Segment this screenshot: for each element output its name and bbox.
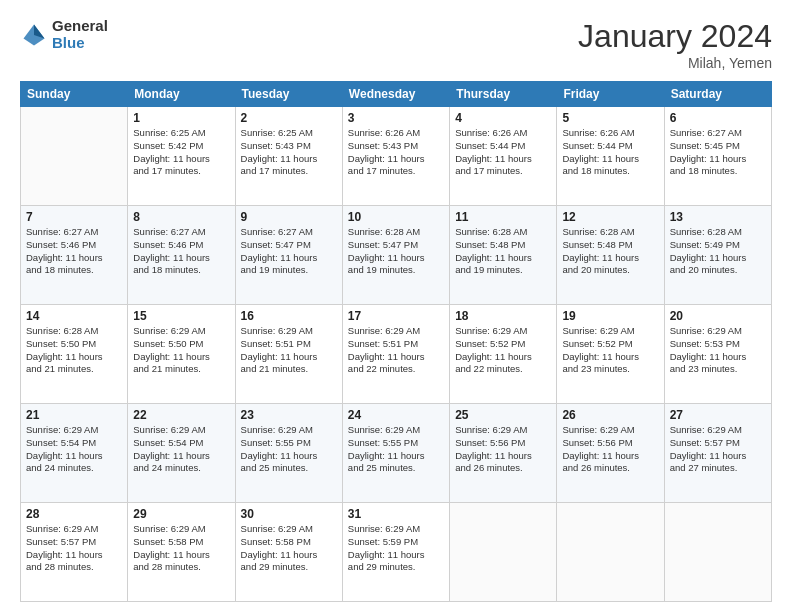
day-number: 31 [348, 507, 444, 521]
calendar-cell: 9Sunrise: 6:27 AM Sunset: 5:47 PM Daylig… [235, 206, 342, 305]
calendar-cell: 23Sunrise: 6:29 AM Sunset: 5:55 PM Dayli… [235, 404, 342, 503]
day-info: Sunrise: 6:29 AM Sunset: 5:52 PM Dayligh… [562, 325, 658, 376]
day-info: Sunrise: 6:26 AM Sunset: 5:43 PM Dayligh… [348, 127, 444, 178]
title-area: January 2024 Milah, Yemen [578, 18, 772, 71]
logo: General Blue [20, 18, 108, 51]
calendar-week-3: 14Sunrise: 6:28 AM Sunset: 5:50 PM Dayli… [21, 305, 772, 404]
calendar-cell: 26Sunrise: 6:29 AM Sunset: 5:56 PM Dayli… [557, 404, 664, 503]
day-number: 4 [455, 111, 551, 125]
day-number: 3 [348, 111, 444, 125]
day-number: 17 [348, 309, 444, 323]
day-number: 1 [133, 111, 229, 125]
day-info: Sunrise: 6:29 AM Sunset: 5:50 PM Dayligh… [133, 325, 229, 376]
day-info: Sunrise: 6:27 AM Sunset: 5:47 PM Dayligh… [241, 226, 337, 277]
day-info: Sunrise: 6:29 AM Sunset: 5:51 PM Dayligh… [241, 325, 337, 376]
calendar-cell: 24Sunrise: 6:29 AM Sunset: 5:55 PM Dayli… [342, 404, 449, 503]
day-number: 29 [133, 507, 229, 521]
day-number: 20 [670, 309, 766, 323]
day-number: 2 [241, 111, 337, 125]
day-info: Sunrise: 6:29 AM Sunset: 5:54 PM Dayligh… [26, 424, 122, 475]
logo-blue-text: Blue [52, 35, 108, 52]
calendar-cell: 4Sunrise: 6:26 AM Sunset: 5:44 PM Daylig… [450, 107, 557, 206]
day-info: Sunrise: 6:28 AM Sunset: 5:47 PM Dayligh… [348, 226, 444, 277]
calendar-cell [664, 503, 771, 602]
day-info: Sunrise: 6:29 AM Sunset: 5:55 PM Dayligh… [241, 424, 337, 475]
calendar-cell: 3Sunrise: 6:26 AM Sunset: 5:43 PM Daylig… [342, 107, 449, 206]
day-info: Sunrise: 6:29 AM Sunset: 5:57 PM Dayligh… [26, 523, 122, 574]
day-info: Sunrise: 6:29 AM Sunset: 5:58 PM Dayligh… [241, 523, 337, 574]
day-number: 6 [670, 111, 766, 125]
weekday-header-wednesday: Wednesday [342, 82, 449, 107]
day-info: Sunrise: 6:29 AM Sunset: 5:52 PM Dayligh… [455, 325, 551, 376]
day-info: Sunrise: 6:29 AM Sunset: 5:51 PM Dayligh… [348, 325, 444, 376]
day-info: Sunrise: 6:27 AM Sunset: 5:45 PM Dayligh… [670, 127, 766, 178]
day-number: 25 [455, 408, 551, 422]
weekday-header-friday: Friday [557, 82, 664, 107]
calendar-cell: 12Sunrise: 6:28 AM Sunset: 5:48 PM Dayli… [557, 206, 664, 305]
calendar-cell: 7Sunrise: 6:27 AM Sunset: 5:46 PM Daylig… [21, 206, 128, 305]
day-info: Sunrise: 6:28 AM Sunset: 5:50 PM Dayligh… [26, 325, 122, 376]
day-number: 14 [26, 309, 122, 323]
calendar-week-2: 7Sunrise: 6:27 AM Sunset: 5:46 PM Daylig… [21, 206, 772, 305]
day-info: Sunrise: 6:29 AM Sunset: 5:56 PM Dayligh… [455, 424, 551, 475]
day-number: 16 [241, 309, 337, 323]
day-info: Sunrise: 6:28 AM Sunset: 5:48 PM Dayligh… [562, 226, 658, 277]
logo-icon [20, 21, 48, 49]
month-title: January 2024 [578, 18, 772, 55]
day-info: Sunrise: 6:29 AM Sunset: 5:59 PM Dayligh… [348, 523, 444, 574]
weekday-header-sunday: Sunday [21, 82, 128, 107]
calendar-cell: 13Sunrise: 6:28 AM Sunset: 5:49 PM Dayli… [664, 206, 771, 305]
day-number: 18 [455, 309, 551, 323]
calendar-cell: 19Sunrise: 6:29 AM Sunset: 5:52 PM Dayli… [557, 305, 664, 404]
day-number: 12 [562, 210, 658, 224]
header: General Blue January 2024 Milah, Yemen [20, 18, 772, 71]
weekday-header-thursday: Thursday [450, 82, 557, 107]
day-info: Sunrise: 6:29 AM Sunset: 5:56 PM Dayligh… [562, 424, 658, 475]
day-number: 21 [26, 408, 122, 422]
calendar-cell: 16Sunrise: 6:29 AM Sunset: 5:51 PM Dayli… [235, 305, 342, 404]
calendar-week-5: 28Sunrise: 6:29 AM Sunset: 5:57 PM Dayli… [21, 503, 772, 602]
day-info: Sunrise: 6:29 AM Sunset: 5:53 PM Dayligh… [670, 325, 766, 376]
day-number: 5 [562, 111, 658, 125]
calendar-table: SundayMondayTuesdayWednesdayThursdayFrid… [20, 81, 772, 602]
day-info: Sunrise: 6:29 AM Sunset: 5:55 PM Dayligh… [348, 424, 444, 475]
calendar-cell: 18Sunrise: 6:29 AM Sunset: 5:52 PM Dayli… [450, 305, 557, 404]
day-number: 24 [348, 408, 444, 422]
calendar-week-4: 21Sunrise: 6:29 AM Sunset: 5:54 PM Dayli… [21, 404, 772, 503]
calendar-cell: 2Sunrise: 6:25 AM Sunset: 5:43 PM Daylig… [235, 107, 342, 206]
day-info: Sunrise: 6:28 AM Sunset: 5:48 PM Dayligh… [455, 226, 551, 277]
location: Milah, Yemen [578, 55, 772, 71]
calendar-cell: 29Sunrise: 6:29 AM Sunset: 5:58 PM Dayli… [128, 503, 235, 602]
day-number: 30 [241, 507, 337, 521]
calendar-cell [557, 503, 664, 602]
day-number: 19 [562, 309, 658, 323]
day-info: Sunrise: 6:28 AM Sunset: 5:49 PM Dayligh… [670, 226, 766, 277]
calendar-cell: 27Sunrise: 6:29 AM Sunset: 5:57 PM Dayli… [664, 404, 771, 503]
calendar-cell: 6Sunrise: 6:27 AM Sunset: 5:45 PM Daylig… [664, 107, 771, 206]
calendar-cell: 22Sunrise: 6:29 AM Sunset: 5:54 PM Dayli… [128, 404, 235, 503]
calendar-cell: 25Sunrise: 6:29 AM Sunset: 5:56 PM Dayli… [450, 404, 557, 503]
day-number: 7 [26, 210, 122, 224]
calendar-cell: 20Sunrise: 6:29 AM Sunset: 5:53 PM Dayli… [664, 305, 771, 404]
calendar-cell [21, 107, 128, 206]
day-info: Sunrise: 6:26 AM Sunset: 5:44 PM Dayligh… [562, 127, 658, 178]
calendar-body: 1Sunrise: 6:25 AM Sunset: 5:42 PM Daylig… [21, 107, 772, 602]
calendar-cell: 17Sunrise: 6:29 AM Sunset: 5:51 PM Dayli… [342, 305, 449, 404]
calendar: SundayMondayTuesdayWednesdayThursdayFrid… [20, 81, 772, 602]
weekday-header-tuesday: Tuesday [235, 82, 342, 107]
day-info: Sunrise: 6:25 AM Sunset: 5:42 PM Dayligh… [133, 127, 229, 178]
day-info: Sunrise: 6:29 AM Sunset: 5:57 PM Dayligh… [670, 424, 766, 475]
calendar-cell: 1Sunrise: 6:25 AM Sunset: 5:42 PM Daylig… [128, 107, 235, 206]
logo-general-text: General [52, 18, 108, 35]
logo-text: General Blue [52, 18, 108, 51]
day-number: 26 [562, 408, 658, 422]
day-number: 11 [455, 210, 551, 224]
page: General Blue January 2024 Milah, Yemen S… [0, 0, 792, 612]
calendar-cell: 31Sunrise: 6:29 AM Sunset: 5:59 PM Dayli… [342, 503, 449, 602]
day-number: 8 [133, 210, 229, 224]
calendar-cell [450, 503, 557, 602]
calendar-cell: 8Sunrise: 6:27 AM Sunset: 5:46 PM Daylig… [128, 206, 235, 305]
calendar-cell: 10Sunrise: 6:28 AM Sunset: 5:47 PM Dayli… [342, 206, 449, 305]
day-number: 27 [670, 408, 766, 422]
day-info: Sunrise: 6:29 AM Sunset: 5:58 PM Dayligh… [133, 523, 229, 574]
